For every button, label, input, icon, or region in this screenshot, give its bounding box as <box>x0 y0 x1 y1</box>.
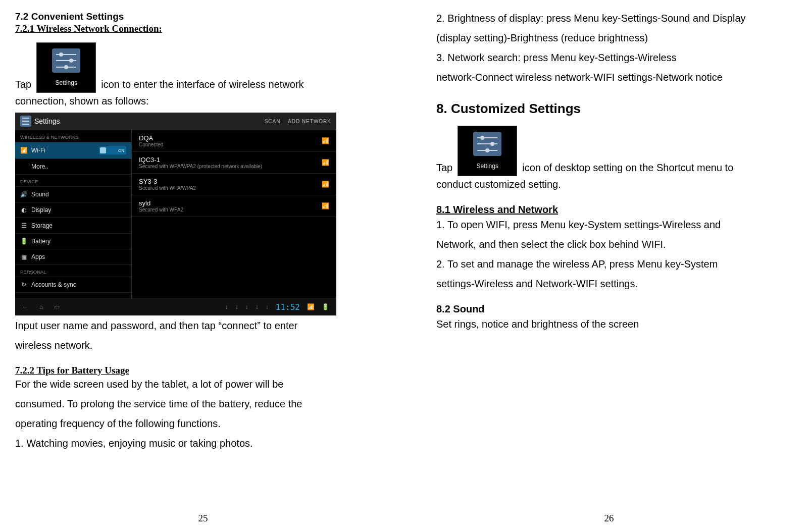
group-device: DEVICE <box>15 175 131 187</box>
shot-title: Settings <box>34 117 60 125</box>
wifi-signal-icon: 📶 <box>322 202 329 209</box>
sidebar-item-apps[interactable]: ▦Apps <box>15 249 131 265</box>
scan-button[interactable]: SCAN <box>265 119 281 124</box>
download-icon: ↓ <box>225 303 228 310</box>
display-label: Display <box>31 206 51 214</box>
wifi-signal-icon: 📶 <box>322 181 329 188</box>
wifi-status-icon: 📶 <box>307 303 315 310</box>
text-battery-2: consumed. To prolong the service time of… <box>15 396 376 412</box>
text-brightness-1: 2. Brightness of display: press Menu key… <box>436 10 797 27</box>
group-wireless-networks: WIRELESS & NETWORKS <box>15 130 131 142</box>
text-tap: Tap <box>436 160 452 176</box>
text-input-connect-2: wireless network. <box>15 337 376 354</box>
network-row[interactable]: SY3-3Secured with WPA/WPA2 📶 <box>132 174 336 195</box>
sound-label: Sound <box>31 191 49 198</box>
wifi-icon: 📶 <box>20 147 27 154</box>
heading-8-1: 8.1 Wireless and Network <box>436 204 797 216</box>
text-network-search-2: network-Connect wireless network-WIFI se… <box>436 69 797 86</box>
network-name: DQA <box>139 134 163 142</box>
apps-icon: ▦ <box>20 253 27 260</box>
shot-header: Settings SCAN ADD NETWORK <box>15 113 336 130</box>
network-row[interactable]: syldSecured with WPA2 📶 <box>132 195 336 217</box>
text-connection-follows: connection, shown as follows: <box>15 93 376 110</box>
network-row[interactable]: DQAConnected 📶 <box>132 130 336 152</box>
storage-label: Storage <box>31 222 53 229</box>
sidebar-item-more[interactable]: More.. <box>15 159 131 175</box>
text-tap-post: icon to enter the interface of wireless … <box>101 76 303 93</box>
sidebar-item-storage[interactable]: ☰Storage <box>15 218 131 234</box>
text-network-search-1: 3. Network search: press Menu key-Settin… <box>436 49 797 66</box>
sidebar-item-display[interactable]: ◐Display <box>15 202 131 218</box>
download-icon: ↓ <box>235 303 238 310</box>
settings-app-icon: Settings <box>458 126 517 176</box>
text-8-1-2: Network, and then select the click box b… <box>436 236 797 253</box>
tap-settings-line-2: Tap Settings icon of desktop setting on … <box>436 126 797 176</box>
page-number-26: 26 <box>406 513 812 524</box>
settings-icon-label: Settings <box>37 78 95 88</box>
page-25: 7.2 Convenient Settings 7.2.1 Wireless N… <box>0 0 406 530</box>
sidebar-item-battery[interactable]: 🔋Battery <box>15 234 131 249</box>
heading-7-2: 7.2 Convenient Settings <box>15 11 376 22</box>
heading-7-2-2: 7.2.2 Tips for Battery Usage <box>15 365 376 376</box>
text-8-2-1: Set rings, notice and brightness of the … <box>436 316 797 333</box>
home-icon[interactable]: ⌂ <box>39 303 43 310</box>
sidebar-item-sound[interactable]: 🔊Sound <box>15 187 131 202</box>
tap-settings-line: Tap Settings icon to enter the interface… <box>15 42 376 93</box>
accounts-label: Accounts & sync <box>31 281 76 288</box>
recent-icon[interactable]: ▭ <box>54 303 60 310</box>
battery-label: Battery <box>31 238 50 245</box>
battery-icon: 🔋 <box>20 238 27 245</box>
shot-network-list: DQAConnected 📶 IQC3-1Secured with WPA/WP… <box>132 130 336 299</box>
apps-label: Apps <box>31 253 45 260</box>
page-number-25: 25 <box>0 513 406 524</box>
network-name: IQC3-1 <box>139 156 262 164</box>
sync-icon: ↻ <box>20 281 27 288</box>
heading-7-2-1: 7.2.1 Wireless Network Connection: <box>15 23 376 34</box>
settings-icon-label: Settings <box>458 162 517 172</box>
storage-icon: ☰ <box>20 222 27 229</box>
network-sub: Secured with WPA/WPA2 <box>139 185 196 191</box>
download-icon: ↓ <box>245 303 248 310</box>
wifi-label: Wi-Fi <box>31 147 45 154</box>
network-sub: Connected <box>139 142 163 147</box>
network-name: syld <box>139 199 183 207</box>
sidebar-item-accounts-sync[interactable]: ↻Accounts & sync <box>15 277 131 293</box>
text-tap-post: icon of desktop setting on the Shortcut … <box>522 160 733 176</box>
wifi-toggle[interactable]: ON <box>99 146 126 154</box>
shot-navbar: ← ⌂ ▭ ↓ ↓ ↓ ↓ ↓ 11:52 📶 🔋 <box>15 298 336 315</box>
shot-sidebar: WIRELESS & NETWORKS 📶 Wi-Fi ON More.. DE… <box>15 130 132 299</box>
text-battery-3: operating frequency of the following fun… <box>15 415 376 432</box>
add-network-button[interactable]: ADD NETWORK <box>288 119 331 124</box>
back-icon[interactable]: ← <box>22 303 28 310</box>
more-label: More.. <box>31 163 48 170</box>
heading-8: 8. Customized Settings <box>436 101 797 117</box>
wifi-signal-icon: 📶 <box>322 137 329 144</box>
text-8-1-1: 1. To open WIFI, press Menu key-System s… <box>436 217 797 233</box>
sound-icon: 🔊 <box>20 191 27 198</box>
settings-header-icon <box>20 116 31 127</box>
wifi-settings-screenshot: Settings SCAN ADD NETWORK WIRELESS & NET… <box>15 113 336 315</box>
group-personal: PERSONAL <box>15 265 131 277</box>
wifi-signal-icon: 📶 <box>322 159 329 166</box>
display-icon: ◐ <box>20 206 27 214</box>
text-tap: Tap <box>15 76 31 93</box>
battery-status-icon: 🔋 <box>322 303 329 310</box>
download-icon: ↓ <box>256 303 259 310</box>
network-row[interactable]: IQC3-1Secured with WPA/WPA2 (protected n… <box>132 152 336 174</box>
text-battery-4: 1. Watching movies, enjoying music or ta… <box>15 435 376 452</box>
text-input-connect-1: Input user name and password, and then t… <box>15 317 376 334</box>
heading-8-2: 8.2 Sound <box>436 303 797 315</box>
shot-actions: SCAN ADD NETWORK <box>265 119 331 124</box>
network-sub: Secured with WPA2 <box>139 207 183 213</box>
text-8-1-4: settings-Wireless and Network-WIFI setti… <box>436 276 797 292</box>
text-custom-setting: conduct customized setting. <box>436 176 797 193</box>
download-icon: ↓ <box>266 303 269 310</box>
sidebar-item-wifi[interactable]: 📶 Wi-Fi ON <box>15 142 131 159</box>
status-clock: 11:52 <box>276 302 300 312</box>
network-name: SY3-3 <box>139 178 196 185</box>
text-brightness-2: (display setting)-Brightness (reduce bri… <box>436 30 797 46</box>
text-battery-1: For the wide screen used by the tablet, … <box>15 376 376 393</box>
network-sub: Secured with WPA/WPA2 (protected network… <box>139 164 262 169</box>
text-8-1-3: 2. To set and manage the wireless AP, pr… <box>436 256 797 273</box>
page-26: 2. Brightness of display: press Menu key… <box>406 0 812 530</box>
